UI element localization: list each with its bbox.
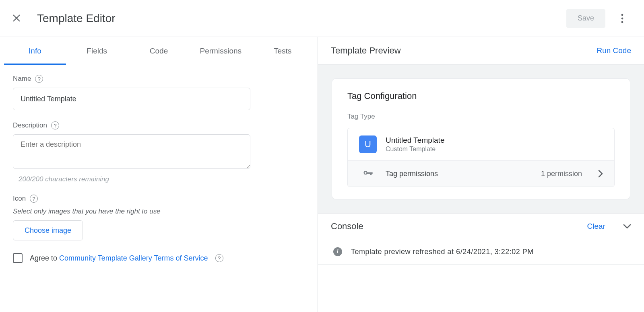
- description-label: Description ?: [13, 121, 305, 129]
- preview-header: Template Preview Run Code: [318, 37, 644, 64]
- preview-title: Template Preview: [331, 45, 401, 56]
- char-remaining: 200/200 characters remaining: [19, 175, 305, 183]
- description-input[interactable]: [13, 134, 250, 169]
- chevron-down-icon[interactable]: [623, 224, 631, 229]
- preview-body: Tag Configuration Tag Type U Untitled Te…: [318, 64, 644, 213]
- main-split: Info Fields Code Permissions Tests Name …: [0, 37, 644, 312]
- tos-link[interactable]: Community Template Gallery Terms of Serv…: [59, 254, 208, 262]
- description-label-text: Description: [13, 121, 47, 129]
- tag-row: U Untitled Template Custom Template: [348, 128, 614, 160]
- tab-fields[interactable]: Fields: [66, 37, 128, 65]
- help-icon[interactable]: ?: [215, 254, 223, 262]
- card-title: Tag Configuration: [347, 91, 615, 101]
- close-icon[interactable]: [12, 14, 22, 23]
- name-label: Name ?: [13, 75, 305, 83]
- tag-box: U Untitled Template Custom Template Tag …: [347, 128, 615, 187]
- tab-tests[interactable]: Tests: [252, 37, 314, 65]
- icon-label: Icon ?: [13, 195, 305, 203]
- help-icon[interactable]: ?: [51, 121, 59, 129]
- tos-row: Agree to Community Template Gallery Term…: [13, 253, 305, 263]
- choose-image-button[interactable]: Choose image: [13, 220, 83, 240]
- name-label-text: Name: [13, 75, 31, 83]
- tag-config-card: Tag Configuration Tag Type U Untitled Te…: [332, 78, 630, 199]
- tag-subtype: Custom Template: [386, 146, 444, 153]
- form-body: Name ? Description ? 200/200 characters …: [0, 65, 318, 273]
- tab-permissions[interactable]: Permissions: [190, 37, 252, 65]
- save-button[interactable]: Save: [566, 9, 605, 28]
- tag-name: Untitled Template: [386, 136, 444, 145]
- left-panel: Info Fields Code Permissions Tests Name …: [0, 37, 318, 312]
- tab-info[interactable]: Info: [4, 37, 66, 65]
- chevron-right-icon: [598, 170, 603, 178]
- right-panel: Template Preview Run Code Tag Configurat…: [318, 37, 644, 312]
- help-icon[interactable]: ?: [30, 195, 38, 203]
- permissions-count: 1 permission: [541, 170, 582, 178]
- tab-bar: Info Fields Code Permissions Tests: [0, 37, 318, 65]
- tos-checkbox[interactable]: [13, 253, 23, 263]
- tag-type-label: Tag Type: [347, 113, 615, 121]
- topbar: Template Editor Save: [0, 0, 644, 37]
- clear-button[interactable]: Clear: [587, 222, 605, 231]
- tag-permissions-row[interactable]: Tag permissions 1 permission: [348, 160, 614, 187]
- permissions-label: Tag permissions: [386, 170, 532, 178]
- console-header: Console Clear: [318, 213, 644, 239]
- run-code-button[interactable]: Run Code: [597, 46, 631, 55]
- icon-label-text: Icon: [13, 195, 26, 203]
- overflow-menu-icon[interactable]: [613, 9, 632, 28]
- info-icon: i: [333, 247, 342, 256]
- tag-logo: U: [359, 135, 377, 153]
- svg-point-1: [621, 17, 623, 19]
- icon-help-text: Select only images that you have the rig…: [13, 207, 305, 216]
- console-body: i Template preview refreshed at 6/24/202…: [318, 239, 644, 265]
- name-input[interactable]: [13, 88, 250, 110]
- help-icon[interactable]: ?: [35, 75, 43, 83]
- tos-agree-text: Agree to: [30, 254, 57, 262]
- console-message: Template preview refreshed at 6/24/2021,…: [351, 248, 534, 256]
- page-title: Template Editor: [37, 12, 566, 25]
- console-title: Console: [331, 221, 579, 232]
- svg-point-2: [621, 21, 623, 23]
- svg-point-0: [621, 14, 623, 16]
- key-icon: [359, 168, 377, 179]
- tab-code[interactable]: Code: [128, 37, 190, 65]
